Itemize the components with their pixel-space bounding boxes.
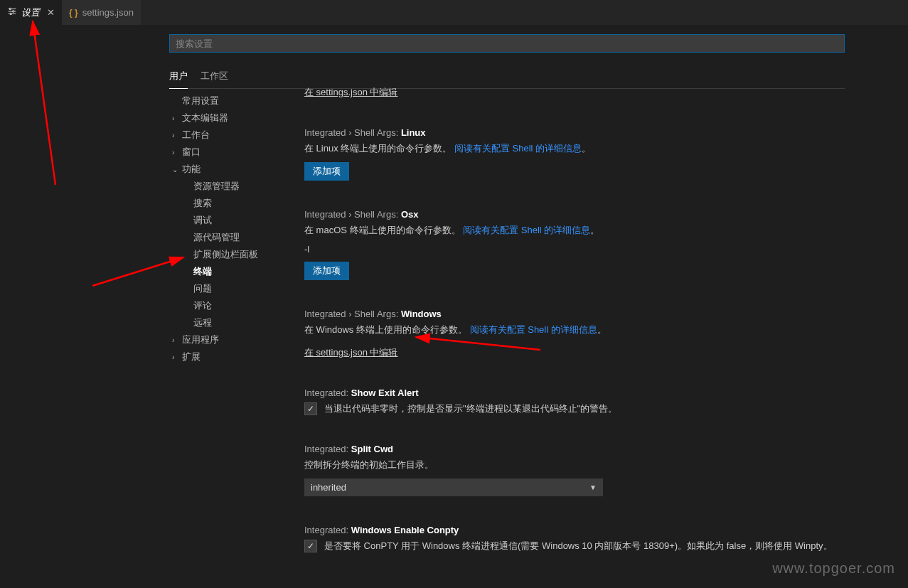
chevron-right-icon: › bbox=[172, 132, 179, 139]
nav-window[interactable]: ›窗口 bbox=[169, 144, 290, 161]
setting-show-exit-alert: Integrated: Show Exit Alert ✓ 当退出代码非零时，控… bbox=[304, 387, 845, 415]
setting-title: Integrated › Shell Args: Windows bbox=[304, 309, 845, 319]
scope-tab-workspace[interactable]: 工作区 bbox=[201, 65, 228, 88]
setting-description: 在 Linux 终端上使用的命令行参数。 阅读有关配置 Shell 的详细信息。 bbox=[304, 142, 845, 155]
setting-description: 当退出代码非零时，控制是否显示"终端进程以某退出代码终止"的警告。 bbox=[324, 402, 617, 415]
checkbox[interactable]: ✓ bbox=[304, 402, 317, 415]
svg-point-4 bbox=[13, 11, 14, 12]
nav-commonly-used[interactable]: 常用设置 bbox=[169, 92, 290, 109]
tab-settings-json[interactable]: { } settings.json bbox=[62, 0, 141, 25]
setting-title: Integrated › Shell Args: Osx bbox=[304, 209, 845, 220]
chevron-right-icon: › bbox=[172, 353, 179, 361]
setting-split-cwd: Integrated: Split Cwd 控制拆分终端的初始工作目录。 inh… bbox=[304, 444, 845, 496]
svg-line-6 bbox=[33, 21, 55, 185]
select-value: inherited bbox=[311, 482, 346, 493]
nav-text-editor[interactable]: ›文本编辑器 bbox=[169, 109, 290, 127]
nav-ext-sidebar[interactable]: 扩展侧边栏面板 bbox=[169, 246, 290, 263]
scope-tabs: 用户 工作区 bbox=[169, 65, 845, 89]
chevron-right-icon: › bbox=[172, 114, 179, 122]
nav-remote[interactable]: 远程 bbox=[169, 314, 290, 331]
nav-scm[interactable]: 源代码管理 bbox=[169, 229, 290, 246]
split-cwd-select[interactable]: inherited ▼ bbox=[304, 479, 603, 496]
svg-point-3 bbox=[9, 8, 11, 9]
nav-features[interactable]: ⌄功能 bbox=[169, 161, 290, 178]
settings-nav-tree: 常用设置 ›文本编辑器 ›工作台 ›窗口 ⌄功能 资源管理器 搜索 调试 源代码… bbox=[169, 92, 290, 365]
shell-config-link[interactable]: 阅读有关配置 Shell 的详细信息 bbox=[470, 324, 597, 335]
settings-icon bbox=[7, 6, 17, 18]
tab-settings[interactable]: 设置 ✕ bbox=[0, 0, 62, 25]
chevron-right-icon: › bbox=[172, 336, 179, 344]
setting-shell-args-osx: Integrated › Shell Args: Osx 在 macOS 终端上… bbox=[304, 209, 845, 280]
edit-in-json-link[interactable]: 在 settings.json 中编辑 bbox=[304, 347, 398, 358]
tab-bar: 设置 ✕ { } settings.json bbox=[0, 0, 908, 25]
nav-workbench[interactable]: ›工作台 bbox=[169, 127, 290, 144]
nav-application[interactable]: ›应用程序 bbox=[169, 331, 290, 348]
nav-comments[interactable]: 评论 bbox=[169, 297, 290, 314]
chevron-down-icon: ⌄ bbox=[172, 166, 179, 173]
setting-title: Integrated: Windows Enable Conpty bbox=[304, 525, 845, 535]
setting-shell-args-linux: Integrated › Shell Args: Linux 在 Linux 终… bbox=[304, 127, 845, 181]
nav-problems[interactable]: 问题 bbox=[169, 280, 290, 297]
nav-terminal[interactable]: 终端 bbox=[169, 263, 290, 280]
edit-in-json-link[interactable]: 在 settings.json 中编辑 bbox=[304, 87, 398, 99]
shell-config-link[interactable]: 阅读有关配置 Shell 的详细信息 bbox=[463, 225, 590, 235]
search-settings-input[interactable] bbox=[169, 34, 845, 53]
scope-tab-user[interactable]: 用户 bbox=[169, 65, 188, 89]
close-icon[interactable]: ✕ bbox=[47, 7, 55, 18]
watermark: www.topgoer.com bbox=[772, 560, 895, 577]
setting-windows-conpty: Integrated: Windows Enable Conpty ✓ 是否要将… bbox=[304, 525, 845, 552]
settings-content: 在 settings.json 中编辑 Integrated › Shell A… bbox=[304, 87, 845, 588]
nav-search[interactable]: 搜索 bbox=[169, 195, 290, 212]
setting-description: 是否要将 ConPTY 用于 Windows 终端进程通信(需要 Windows… bbox=[324, 540, 833, 552]
chevron-right-icon: › bbox=[172, 149, 179, 156]
shell-config-link[interactable]: 阅读有关配置 Shell 的详细信息 bbox=[454, 143, 582, 154]
nav-explorer[interactable]: 资源管理器 bbox=[169, 178, 290, 195]
setting-description: 在 macOS 终端上使用的命令行参数。 阅读有关配置 Shell 的详细信息。 bbox=[304, 224, 845, 237]
checkbox[interactable]: ✓ bbox=[304, 540, 317, 552]
json-icon: { } bbox=[69, 8, 78, 18]
setting-shell-args-windows: Integrated › Shell Args: Windows 在 Windo… bbox=[304, 309, 845, 359]
tab-title: 设置 bbox=[21, 6, 40, 19]
setting-value: -l bbox=[304, 244, 845, 255]
nav-extensions[interactable]: ›扩展 bbox=[169, 348, 290, 365]
svg-point-5 bbox=[10, 13, 11, 14]
setting-description: 在 Windows 终端上使用的命令行参数。 阅读有关配置 Shell 的详细信… bbox=[304, 324, 845, 336]
setting-title: Integrated: Show Exit Alert bbox=[304, 387, 845, 398]
setting-title: Integrated › Shell Args: Linux bbox=[304, 127, 845, 138]
setting-title: Integrated: Split Cwd bbox=[304, 444, 845, 454]
nav-debug[interactable]: 调试 bbox=[169, 212, 290, 229]
chevron-down-icon: ▼ bbox=[589, 483, 597, 491]
add-item-button[interactable]: 添加项 bbox=[304, 162, 349, 181]
tab-title: settings.json bbox=[82, 7, 134, 18]
setting-description: 控制拆分终端的初始工作目录。 bbox=[304, 459, 845, 471]
add-item-button[interactable]: 添加项 bbox=[304, 262, 349, 280]
